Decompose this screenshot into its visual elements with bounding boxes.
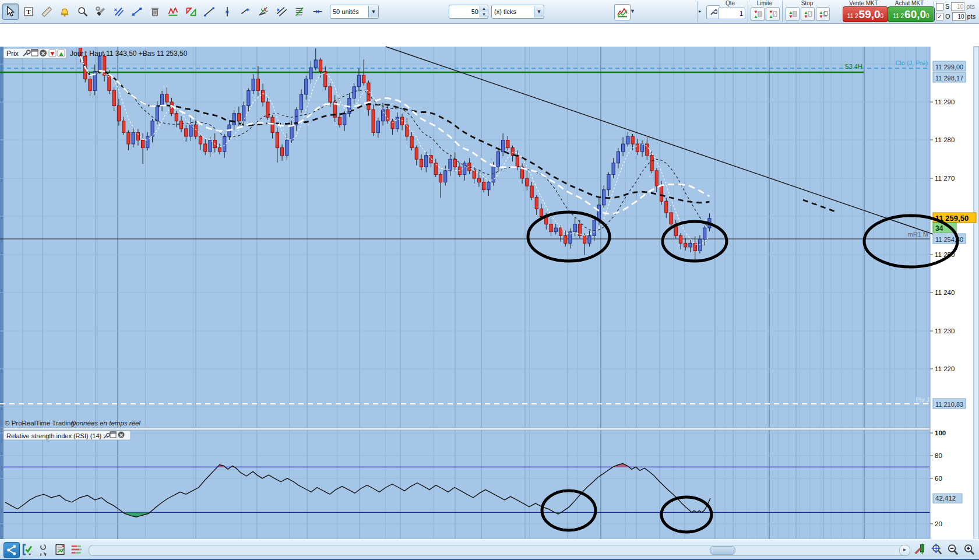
alarm-icon[interactable] [57, 3, 73, 20]
chart-scrollbar[interactable] [89, 545, 910, 556]
collapse-panel-arrow-icon[interactable]: ▸ [699, 8, 702, 14]
candle [689, 243, 692, 247]
cursor-icon[interactable] [2, 3, 19, 20]
chevron-down-icon[interactable]: ▼ [630, 8, 635, 14]
zoom-in-icon[interactable] [962, 542, 977, 557]
ticks-unit-dropdown[interactable]: (x) ticks ▼ [491, 5, 544, 19]
stop-order-icon: ▲▼ [788, 9, 797, 19]
pattern-triangle-icon[interactable] [183, 3, 199, 20]
scroll-right-arrow[interactable]: ► [899, 545, 910, 556]
price-pane-header: Prix✕▼▲Jour : Haut 11 343,50 +Bas 11 253… [3, 48, 188, 58]
validate-panel-icon[interactable] [20, 542, 35, 557]
candle [223, 136, 226, 152]
candle [256, 79, 259, 91]
candle [636, 144, 639, 152]
candle [276, 132, 279, 147]
chart-style-button[interactable] [614, 4, 631, 20]
svg-text:▲: ▲ [59, 51, 64, 57]
candle [550, 224, 552, 232]
segment-handles-icon[interactable] [129, 3, 145, 20]
market-depth-icon[interactable] [69, 542, 84, 557]
candle [526, 178, 529, 186]
sell-mkt-label: Vente MKT [843, 0, 885, 6]
spinner-up-icon[interactable]: ▲ [480, 6, 488, 12]
buy-market-button[interactable]: 11 260,00 [888, 6, 935, 22]
candle [564, 235, 567, 243]
stop-order-button-1[interactable]: ▲▼ [786, 7, 800, 21]
stop-order-button-3[interactable]: ▲▼ [816, 7, 830, 21]
rsi-tick: 20 [935, 520, 942, 527]
svg-text:▲: ▲ [753, 14, 758, 19]
s-pts-input[interactable]: 10 [951, 2, 964, 11]
wrench-icon [709, 8, 717, 16]
candle [622, 144, 625, 152]
trendline-icon[interactable] [201, 3, 217, 20]
zoom-out-icon[interactable] [945, 542, 960, 557]
candle-settings-icon[interactable] [913, 542, 928, 557]
ruler-icon[interactable] [38, 3, 55, 20]
sell-limit-button[interactable]: ▼▲ [766, 7, 780, 21]
fan-lines-icon[interactable] [255, 3, 272, 20]
candle [506, 140, 509, 148]
qty-input[interactable]: 1 [718, 8, 745, 19]
candle [420, 159, 422, 167]
zoom-icon[interactable] [75, 3, 91, 20]
chevron-down-icon[interactable]: ▼ [368, 6, 378, 17]
cycle-icon[interactable] [36, 542, 51, 557]
candle [679, 235, 682, 243]
spinner-down-icon[interactable]: ▼ [480, 12, 488, 17]
parallel-lines-icon[interactable] [273, 3, 290, 20]
axis-label: 11 299,00 [935, 64, 963, 71]
limit-order-icon: ▼▲ [753, 9, 762, 19]
text-icon[interactable]: T [20, 3, 37, 20]
candle [406, 125, 408, 136]
scrollbar-thumb[interactable] [710, 546, 735, 555]
fibonacci-icon[interactable] [291, 3, 308, 20]
draw-free-icon[interactable] [111, 3, 127, 20]
price-tick: 11 230 [935, 327, 955, 334]
candle [684, 243, 687, 247]
copyright: © ProRealTime TradingDonnées en temps ré… [5, 420, 140, 427]
candle [319, 60, 322, 72]
limit-label: Limite [751, 0, 779, 6]
units-dropdown[interactable]: 50 unités ▼ [330, 5, 379, 19]
horizontal-line-icon[interactable] [309, 3, 326, 20]
candle [463, 163, 466, 175]
stop-checkbox[interactable] [936, 3, 943, 10]
small-segment-icon[interactable] [237, 3, 253, 20]
chevron-down-icon[interactable]: ▼ [534, 6, 544, 17]
drawing-tools-group: T [2, 3, 327, 20]
vertical-line-icon[interactable] [219, 3, 235, 20]
units-dropdown-value: 50 unités [330, 8, 368, 15]
candle [655, 171, 658, 186]
candle [410, 136, 413, 148]
bottom-toolbar: ◄ ► [0, 539, 979, 560]
candle [496, 152, 499, 167]
pattern-zigzag-icon[interactable] [165, 3, 181, 20]
chart-area[interactable]: Clo (J, Pré)S3 4HmR1 MPiv J11 29011 2801… [0, 23, 979, 539]
candle [439, 174, 442, 182]
tools-icon[interactable] [93, 3, 109, 20]
buy-limit-button[interactable]: ▼▲ [751, 7, 765, 21]
sell-market-button[interactable]: 11 259,00 [843, 6, 888, 22]
candle [588, 235, 591, 243]
candle [309, 68, 312, 79]
objective-checkbox[interactable]: ✓ [936, 13, 943, 20]
candle [362, 75, 365, 83]
sell-price-main: 59,0 [859, 7, 881, 22]
rsi-tick: 60 [935, 475, 942, 482]
share-icon[interactable] [3, 542, 20, 558]
report-icon[interactable] [52, 542, 68, 557]
divider [934, 1, 934, 22]
candle [357, 75, 360, 87]
chart-svg[interactable]: Clo (J, Pré)S3 4HmR1 MPiv J11 29011 2801… [0, 23, 979, 539]
candle [372, 110, 375, 132]
o-pts-input[interactable]: 10 [952, 12, 966, 21]
delete-icon[interactable] [147, 3, 163, 20]
zoom-fit-icon[interactable] [929, 542, 944, 557]
candle [473, 171, 476, 178]
ticks-count-spinner[interactable]: 50 ▲▼ [449, 5, 488, 19]
stop-order-button-2[interactable]: ▲▼ [801, 7, 815, 21]
price-tick: 11 220 [935, 365, 955, 372]
price-pane-title: Prix [6, 50, 19, 58]
